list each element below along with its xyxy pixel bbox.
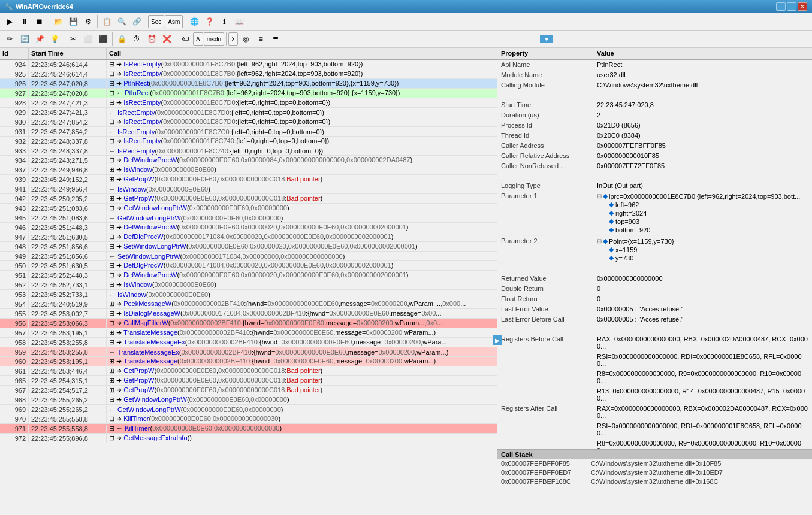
black-button[interactable]: ⬛ — [96, 32, 110, 46]
row-call: ⊟ ➜ IsWindow(0x000000000E0E60) — [107, 280, 497, 289]
table-row[interactable]: 970 22:23:45:255;558,8 ⊟ ➜ KillTimer(0x0… — [0, 414, 497, 424]
table-row[interactable]: 957 22:23:45:253;195,1 ⊞ ➜ TranslateMess… — [0, 328, 497, 338]
row-id: 926 — [0, 80, 29, 88]
log-body[interactable]: 924 22:23:45:246;614,4 ⊟ ➜ IsRectEmpty(0… — [0, 60, 497, 496]
table-row[interactable]: 927 22:23:45:247;020,8 ⊟ ← PtInRect(0x00… — [0, 89, 497, 98]
table-row[interactable]: 954 22:23:45:240;519,9 ⊞ ➜ PeekMessageW(… — [0, 299, 497, 309]
table-row[interactable]: 971 22:23:45:255;558,8 ⊟ ← KillTimer(0x0… — [0, 424, 497, 434]
a-button[interactable]: A — [193, 32, 203, 46]
table-row[interactable]: 933 22:23:45:248;337,8 ← IsRectEmpty(0x0… — [0, 146, 497, 156]
table-row[interactable]: 924 22:23:45:246;614,4 ⊟ ➜ IsRectEmpty(0… — [0, 60, 497, 69]
copy-button[interactable]: 📋 — [99, 14, 114, 29]
circle-button[interactable]: ◎ — [239, 32, 253, 46]
prop-value: 0x21D0 (8656) — [593, 120, 812, 130]
tree-check-icon: ◆ — [609, 201, 614, 208]
table-row[interactable]: 967 22:23:45:254;517,2 ⊞ ➜ GetPropW(0x00… — [0, 386, 497, 395]
row-time: 22:23:45:253;066,3 — [29, 319, 107, 328]
table-row[interactable]: 931 22:23:45:247;854,2 ← IsRectEmpty(0x0… — [0, 127, 497, 137]
tree-minus2-icon[interactable]: ⊟ — [597, 238, 602, 244]
table-row[interactable]: 956 22:23:45:253;066,3 ⊟ ➜ CallMsgFilter… — [0, 319, 497, 328]
tag-button[interactable]: 🏷 — [178, 32, 192, 46]
cancel-button[interactable]: ❌ — [159, 32, 174, 46]
stop-button[interactable]: ⏹ — [32, 14, 47, 29]
light-button[interactable]: 💡 — [47, 32, 62, 46]
table-row[interactable]: 932 22:23:45:248;337,8 ⊟ ➜ IsRectEmpty(0… — [0, 137, 497, 146]
timer-button[interactable]: ⏱ — [129, 32, 144, 46]
table-row[interactable]: 958 22:23:45:253;255,8 ⊟ ➜ TranslateMess… — [0, 338, 497, 347]
table-row[interactable]: 949 22:23:45:251;856,6 ← SetWindowLongPt… — [0, 252, 497, 261]
help-button[interactable]: 📖 — [232, 14, 246, 29]
lines-button[interactable]: ≡ — [253, 32, 268, 46]
table-row[interactable]: 951 22:23:45:252;448,3 ⊟ ➜ DefWindowProc… — [0, 271, 497, 280]
table-row[interactable]: 948 22:23:45:251;856,6 ⊟ ➜ SetWindowLong… — [0, 242, 497, 252]
table-row[interactable]: 972 22:23:45:255;896,8 ⊟ ➜ GetMessageExt… — [0, 434, 497, 443]
callstack-body[interactable]: 0x000007FEFBFF0F85 C:\Windows\system32\u… — [497, 459, 812, 501]
tree-minus-icon[interactable]: ⊟ — [597, 193, 602, 199]
props-panel[interactable]: Property Value Api NamePtInRectModule Na… — [497, 48, 812, 449]
about-button[interactable]: ❓ — [202, 14, 216, 29]
net-button[interactable]: 🌐 — [187, 14, 201, 29]
row-time: 22:23:45:252;733,1 — [29, 281, 107, 289]
right-panel: Property Value Api NamePtInRectModule Na… — [497, 48, 812, 503]
table-row[interactable]: 959 22:23:45:253;255,8 ← TranslateMessag… — [0, 347, 497, 357]
pause-button[interactable]: ⏸ — [17, 14, 32, 29]
play-button[interactable]: ▶ — [2, 14, 17, 29]
log-hscroll[interactable] — [0, 496, 497, 503]
callstack-header: Call Stack — [497, 450, 812, 459]
table-row[interactable]: 926 22:23:45:247;020,8 ⊟ ➜ PtInRect(0x00… — [0, 79, 497, 89]
table-row[interactable]: 937 22:23:45:249;946,8 ⊞ ➜ IsWindow(0x00… — [0, 165, 497, 175]
table-row[interactable]: 945 22:23:45:251;083,6 ← GetWindowLongPt… — [0, 213, 497, 223]
table-row[interactable]: 953 22:23:45:252;733,1 ← IsWindow(0x0000… — [0, 290, 497, 299]
info-button[interactable]: ℹ — [217, 14, 231, 29]
table-row[interactable]: 968 22:23:45:255;265,2 ⊟ ➜ GetWindowLong… — [0, 395, 497, 405]
link-button[interactable]: 🔗 — [129, 14, 144, 29]
rp-hscroll[interactable] — [497, 501, 812, 503]
settings-button[interactable]: ⚙ — [81, 14, 95, 29]
edit-button[interactable]: ✏ — [2, 32, 17, 46]
table-row[interactable]: 934 22:23:45:243;271,5 ⊟ ➜ DefWindowProc… — [0, 156, 497, 165]
table-row[interactable]: 955 22:23:45:253;002,7 ⊟ ➜ IsDialogMessa… — [0, 309, 497, 319]
table-row[interactable]: 965 22:23:45:254;315,1 ⊞ ➜ GetPropW(0x00… — [0, 376, 497, 386]
msdn-button[interactable]: msdn — [204, 32, 224, 46]
table-row[interactable]: 969 22:23:45:255;265,2 ← GetWindowLongPt… — [0, 405, 497, 414]
row-time: 22:23:45:252;733,1 — [29, 290, 107, 299]
table-row[interactable]: 960 22:23:45:253;195,1 ⊞ ➜ TranslateMess… — [0, 357, 497, 366]
table-row[interactable]: 930 22:23:45:247;854,2 ⊟ ➜ IsRectEmpty(0… — [0, 117, 497, 127]
callstack-row[interactable]: 0x000007FEFBEF168C C:\Windows\system32\u… — [497, 477, 812, 486]
maximize-button[interactable]: □ — [787, 2, 796, 11]
close-button[interactable]: ✕ — [798, 2, 807, 11]
cut-button[interactable]: ✂ — [66, 32, 80, 46]
refresh-button[interactable]: 🔄 — [17, 32, 32, 46]
table-row[interactable]: 947 22:23:45:251;630,5 ⊟ ➜ DefDlgProcW(0… — [0, 232, 497, 242]
row-id: 941 — [0, 185, 29, 193]
table-row[interactable]: 941 22:23:45:249;956,4 ← IsWindow(0x0000… — [0, 184, 497, 194]
table-row[interactable]: 946 22:23:45:251;448,3 ⊟ ➜ DefWindowProc… — [0, 223, 497, 232]
sigma-button[interactable]: Σ — [228, 32, 238, 46]
table-row[interactable]: 929 22:23:45:247;421,3 ← IsRectEmpty(0x0… — [0, 108, 497, 117]
table-row[interactable]: 961 22:23:45:253;446,4 ⊞ ➜ GetPropW(0x00… — [0, 366, 497, 376]
sec-button[interactable]: Sec — [148, 15, 164, 28]
lines2-button[interactable]: ≣ — [268, 32, 283, 46]
lock-button[interactable]: 🔒 — [114, 32, 129, 46]
panel-divider-arrow[interactable]: ▶ — [493, 335, 502, 345]
table-row[interactable]: 950 22:23:45:251;630,5 ⊟ ➜ DefDlgProcW(0… — [0, 261, 497, 271]
table-row[interactable]: 942 22:23:45:250;205,2 ⊞ ➜ GetPropW(0x00… — [0, 194, 497, 204]
minimize-button[interactable]: ─ — [776, 2, 786, 11]
table-row[interactable]: 952 22:23:45:252;733,1 ⊟ ➜ IsWindow(0x00… — [0, 280, 497, 290]
tree-bullet: ◆ — [603, 192, 608, 200]
row-time: 22:23:45:253;195,1 — [29, 329, 107, 337]
clear-button[interactable]: ⬜ — [81, 32, 95, 46]
clock-button[interactable]: ⏰ — [144, 32, 159, 46]
table-row[interactable]: 925 22:23:45:246;614,4 ⊟ ➜ IsRectEmpty(0… — [0, 69, 497, 79]
save-button[interactable]: 💾 — [66, 14, 80, 29]
open-button[interactable]: 📂 — [51, 14, 65, 29]
row-call: ← GetWindowLongPtrW(0x000000000E0E60,0x0… — [107, 405, 497, 414]
callstack-row[interactable]: 0x000007FEFBFF0F85 C:\Windows\system32\u… — [497, 459, 812, 468]
table-row[interactable]: 928 22:23:45:247;421,3 ⊟ ➜ IsRectEmpty(0… — [0, 98, 497, 108]
callstack-row[interactable]: 0x000007FEFBFF0ED7 C:\Windows\system32\u… — [497, 468, 812, 477]
table-row[interactable]: 939 22:23:45:249;152,2 ⊞ ➜ GetPropW(0x00… — [0, 175, 497, 184]
search-button[interactable]: 🔍 — [114, 14, 129, 29]
asm-button[interactable]: Asm — [165, 15, 183, 28]
pin-button[interactable]: 📌 — [32, 32, 47, 46]
table-row[interactable]: 943 22:23:45:251;083,6 ⊟ ➜ GetWindowLong… — [0, 204, 497, 213]
